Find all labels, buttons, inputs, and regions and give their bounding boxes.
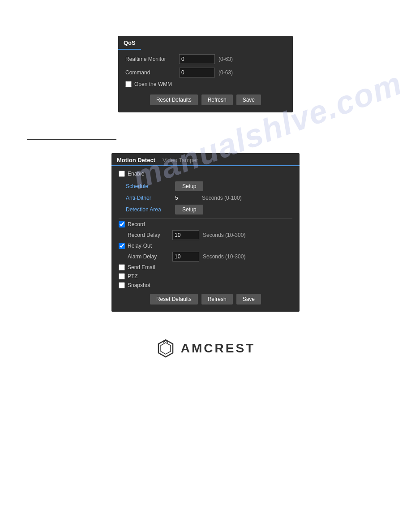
record-delay-range: Seconds (10-300) <box>203 232 245 238</box>
qos-panel: QoS Realtime Monitor (0-63) Command (0-6… <box>118 36 293 112</box>
send-email-checkbox[interactable] <box>119 264 125 270</box>
realtime-monitor-row: Realtime Monitor (0-63) <box>125 54 286 64</box>
tab-video-tamper[interactable]: Video Tamper <box>163 157 198 165</box>
schedule-label: Schedule <box>126 183 175 189</box>
amcrest-logo-icon <box>156 339 176 358</box>
open-wmm-checkbox[interactable] <box>125 81 132 87</box>
realtime-monitor-range: (0-63) <box>218 56 233 62</box>
enable-row: Enable <box>119 171 292 177</box>
relay-out-row: Relay-Out <box>119 243 292 249</box>
schedule-setup-button[interactable]: Setup <box>175 181 203 191</box>
snapshot-row: Snapshot <box>119 282 292 288</box>
qos-reset-defaults-button[interactable]: Reset Defaults <box>150 94 198 105</box>
alarm-delay-label: Alarm Delay <box>128 253 172 260</box>
motion-detect-panel: Motion Detect Video Tamper Enable Schedu… <box>111 153 300 312</box>
snapshot-label: Snapshot <box>128 282 150 288</box>
command-row: Command (0-63) <box>125 68 286 77</box>
record-delay-input[interactable] <box>172 230 199 240</box>
anti-dither-row: Anti-Dither 5 Seconds (0-100) <box>119 195 292 201</box>
alarm-delay-input[interactable] <box>172 252 199 262</box>
qos-button-row: Reset Defaults Refresh Save <box>125 92 286 107</box>
section-divider <box>119 218 292 219</box>
record-row: Record <box>119 221 292 227</box>
relay-out-label: Relay-Out <box>128 243 152 249</box>
svg-marker-1 <box>161 343 171 354</box>
motion-refresh-button[interactable]: Refresh <box>201 294 233 305</box>
qos-panel-body: Realtime Monitor (0-63) Command (0-63) O… <box>118 50 293 112</box>
motion-detect-body: Enable Schedule Setup Anti-Dither 5 Seco… <box>111 166 300 312</box>
tab-motion-detect[interactable]: Motion Detect <box>117 157 155 166</box>
anti-dither-value: 5 <box>175 195 202 201</box>
snapshot-checkbox[interactable] <box>119 282 125 288</box>
motion-detect-tabs: Motion Detect Video Tamper <box>111 153 300 166</box>
page-wrapper: manualshlve.com QoS Realtime Monitor (0-… <box>0 0 411 532</box>
realtime-monitor-input[interactable] <box>179 54 215 64</box>
enable-label: Enable <box>128 171 144 177</box>
amcrest-logo-text: AMCREST <box>181 341 255 356</box>
qos-title: QoS <box>124 39 136 46</box>
qos-refresh-button[interactable]: Refresh <box>201 94 233 105</box>
send-email-row: Send Email <box>119 264 292 270</box>
motion-save-button[interactable]: Save <box>236 294 261 305</box>
ptz-label: PTZ <box>128 273 138 279</box>
motion-reset-defaults-button[interactable]: Reset Defaults <box>150 294 198 305</box>
record-label: Record <box>128 221 145 227</box>
record-checkbox[interactable] <box>119 221 125 227</box>
record-delay-label: Record Delay <box>128 232 172 238</box>
detection-area-label: Detection Area <box>126 206 175 213</box>
ptz-row: PTZ <box>119 273 292 279</box>
ptz-checkbox[interactable] <box>119 273 125 279</box>
relay-out-checkbox[interactable] <box>119 243 125 249</box>
command-label: Command <box>125 69 179 76</box>
realtime-monitor-label: Realtime Monitor <box>125 56 179 62</box>
record-delay-row: Record Delay Seconds (10-300) <box>119 230 292 240</box>
detection-area-setup-button[interactable]: Setup <box>175 205 203 215</box>
qos-panel-header: QoS <box>118 36 141 50</box>
schedule-row: Schedule Setup <box>119 181 292 191</box>
section-divider-line <box>27 139 116 140</box>
amcrest-logo: AMCREST <box>156 339 255 358</box>
command-range: (0-63) <box>218 69 233 76</box>
motion-button-row: Reset Defaults Refresh Save <box>119 291 292 306</box>
send-email-label: Send Email <box>128 264 155 270</box>
alarm-delay-range: Seconds (10-300) <box>203 253 245 260</box>
anti-dither-range: Seconds (0-100) <box>202 195 242 201</box>
enable-checkbox[interactable] <box>119 171 125 177</box>
anti-dither-label: Anti-Dither <box>126 195 175 201</box>
alarm-delay-row: Alarm Delay Seconds (10-300) <box>119 252 292 262</box>
command-input[interactable] <box>179 68 215 77</box>
qos-save-button[interactable]: Save <box>236 94 261 105</box>
open-wmm-row: Open the WMM <box>125 81 286 87</box>
detection-area-row: Detection Area Setup <box>119 205 292 215</box>
open-wmm-label: Open the WMM <box>134 81 172 87</box>
